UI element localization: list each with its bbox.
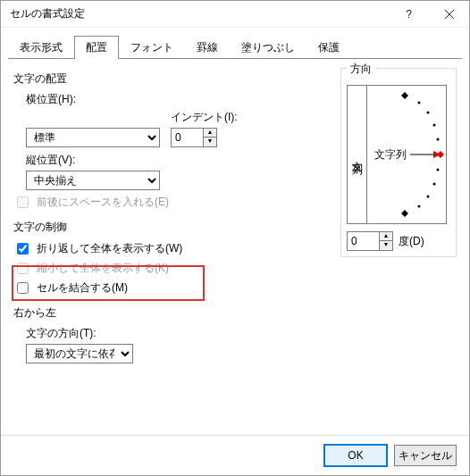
- tab-strip: 表示形式 配置 フォント 罫線 塗りつぶし 保護: [1, 28, 469, 58]
- shrink-checkbox: [17, 263, 29, 274]
- text-direction-select[interactable]: 最初の文字に依存: [26, 344, 133, 363]
- close-icon: [445, 10, 454, 19]
- tab-protection[interactable]: 保護: [306, 36, 351, 59]
- merge-row[interactable]: セルを結合する(M): [13, 280, 330, 296]
- svg-point-9: [437, 138, 440, 141]
- svg-text:文字列: 文字列: [374, 148, 407, 161]
- tab-display-format[interactable]: 表示形式: [8, 36, 74, 59]
- horizontal-select[interactable]: 標準: [26, 128, 160, 147]
- alignment-section-label: 文字の配置: [13, 71, 330, 87]
- svg-point-12: [433, 183, 436, 186]
- rtl-section-label: 右から左: [13, 305, 330, 321]
- tab-font[interactable]: フォント: [119, 36, 185, 59]
- tab-content: 文字の配置 横位置(H): 標準 インデント(I): ▲▼: [1, 59, 469, 435]
- window-title: セルの書式設定: [10, 6, 389, 21]
- right-column: 方向 文字列 文字列: [330, 68, 457, 367]
- tab-border[interactable]: 罫線: [185, 36, 230, 59]
- svg-point-6: [418, 102, 421, 104]
- horizontal-label: 横位置(H):: [26, 92, 330, 107]
- dialog-footer: OK キャンセル: [1, 435, 469, 475]
- ok-button[interactable]: OK: [324, 445, 387, 466]
- orientation-group: 方向 文字列 文字列: [340, 68, 457, 257]
- indent-input[interactable]: [171, 128, 203, 147]
- shrink-row: 縮小して全体を表示する(K): [13, 260, 330, 277]
- left-column: 文字の配置 横位置(H): 標準 インデント(I): ▲▼: [13, 68, 330, 367]
- indent-up-icon[interactable]: ▲: [204, 129, 216, 138]
- text-direction-label: 文字の方向(T):: [26, 326, 330, 341]
- degrees-spinner[interactable]: ▲▼: [347, 231, 393, 251]
- text-control-section-label: 文字の制御: [13, 220, 330, 235]
- tab-fill[interactable]: 塗りつぶし: [230, 36, 306, 59]
- indent-label: インデント(I):: [171, 110, 238, 125]
- wrap-checkbox[interactable]: [17, 243, 29, 255]
- svg-point-7: [427, 112, 430, 114]
- cancel-button[interactable]: キャンセル: [394, 445, 457, 466]
- svg-marker-10: [437, 151, 444, 158]
- orientation-vertical-text[interactable]: 文字列: [348, 86, 367, 223]
- indent-spinner[interactable]: ▲▼: [171, 128, 217, 147]
- svg-point-14: [418, 205, 421, 208]
- orientation-dial-icon: 文字列: [367, 86, 446, 223]
- merge-checkbox[interactable]: [17, 282, 29, 294]
- merge-label: セルを結合する(M): [37, 280, 128, 296]
- degrees-label: 度(D): [399, 234, 424, 249]
- vertical-select[interactable]: 中央揃え: [26, 171, 160, 190]
- indent-down-icon[interactable]: ▼: [204, 138, 216, 146]
- degrees-up-icon[interactable]: ▲: [380, 232, 392, 241]
- orientation-dial-area[interactable]: 文字列: [367, 86, 446, 223]
- orientation-dial[interactable]: 文字列 文字列: [347, 85, 447, 224]
- vertical-label: 縦位置(V):: [26, 153, 330, 168]
- svg-point-8: [433, 124, 436, 127]
- orientation-section-label: 方向: [347, 62, 375, 77]
- tab-alignment[interactable]: 配置: [74, 36, 119, 59]
- justify-distributed-checkbox: [17, 196, 29, 208]
- wrap-label: 折り返して全体を表示する(W): [37, 241, 182, 256]
- close-button[interactable]: [429, 1, 469, 28]
- svg-marker-15: [401, 210, 408, 217]
- degrees-input[interactable]: [347, 231, 379, 251]
- svg-point-13: [427, 196, 430, 198]
- help-button[interactable]: ?: [389, 1, 429, 28]
- titlebar: セルの書式設定 ?: [1, 1, 469, 28]
- wrap-row[interactable]: 折り返して全体を表示する(W): [13, 240, 330, 257]
- dialog-window: セルの書式設定 ? 表示形式 配置 フォント 罫線 塗りつぶし 保護 文字の配置…: [0, 0, 470, 476]
- degrees-down-icon[interactable]: ▼: [380, 241, 392, 250]
- svg-marker-5: [401, 92, 408, 99]
- shrink-label: 縮小して全体を表示する(K): [37, 261, 169, 276]
- justify-distributed-row: 前後にスペースを入れる(E): [13, 194, 330, 211]
- svg-point-11: [437, 169, 440, 171]
- justify-distributed-label: 前後にスペースを入れる(E): [37, 195, 169, 210]
